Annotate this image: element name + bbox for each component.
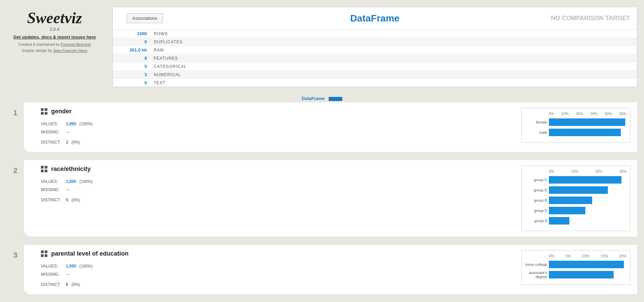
axis-label: 30% bbox=[590, 112, 598, 116]
no-comparison-label: NO COMPARISON TARGET bbox=[551, 15, 630, 22]
stat-label: RAM bbox=[154, 48, 164, 53]
axis-label: 20% bbox=[576, 112, 583, 116]
feature-name: parental level of education bbox=[51, 250, 129, 257]
bar-fill bbox=[549, 197, 592, 204]
bar-row: female bbox=[549, 118, 627, 126]
stat-label: FEATURES bbox=[154, 56, 178, 61]
feature-info: parental level of education VALUES: 1,00… bbox=[41, 250, 129, 289]
stat-value: 1000 bbox=[120, 31, 147, 36]
section-divider bbox=[7, 157, 637, 160]
feature-tab-connector bbox=[24, 160, 34, 236]
axis-label: 10% bbox=[571, 169, 579, 173]
feature-title-row: race/ethnicity bbox=[41, 166, 109, 173]
credit-author1[interactable]: Francois Bertrand bbox=[61, 42, 90, 46]
bar-label: male bbox=[522, 130, 547, 134]
legend-label: DataFrame bbox=[302, 96, 325, 101]
chart-axis-labels: 0%5%10%15%20% bbox=[522, 254, 627, 258]
bar-fill bbox=[549, 217, 569, 225]
page-wrapper: Sweetviz 2.0.4 Get updates, docs & repor… bbox=[0, 0, 644, 302]
credit-author2[interactable]: Jean-Francois Hains bbox=[53, 48, 87, 53]
feature-distinct-row: DISTINCT: 6 (0%) bbox=[41, 281, 129, 289]
stat-row-features: 8 FEATURES bbox=[113, 54, 637, 62]
bar-chart: 0%10%20%30%40%50% female male bbox=[521, 108, 630, 143]
logo-link[interactable]: Get updates, docs & report issues here bbox=[7, 34, 102, 40]
associations-btn-row: Associations bbox=[120, 11, 170, 26]
bar-label: group C bbox=[522, 178, 547, 182]
stat-value: 0 bbox=[120, 39, 147, 44]
bar-label: group B bbox=[522, 198, 547, 202]
stat-row-ram: 351.0 kb RAM bbox=[113, 46, 637, 54]
feature-info: race/ethnicity VALUES: 1,000 (100%) MISS… bbox=[41, 166, 109, 204]
stat-row-categorical: 5 CATEGORICAL bbox=[113, 62, 637, 71]
feature-chart-area: 0%10%20%30% group C group D group B grou… bbox=[116, 166, 630, 231]
feature-name: race/ethnicity bbox=[51, 166, 91, 173]
feature-section-0: 1 gender VALUES: 1,000 (100%) bbox=[7, 102, 637, 152]
logo-text: Sweetviz bbox=[7, 10, 102, 26]
bar-row: group C bbox=[549, 176, 627, 184]
logo-viz: viz bbox=[64, 9, 82, 27]
stat-row-rows: 1000 ROWS bbox=[113, 30, 637, 38]
bar-label: some college bbox=[522, 262, 547, 267]
axis-label: 10% bbox=[561, 112, 569, 116]
stat-value: 351.0 kb bbox=[120, 47, 147, 53]
feature-chart-area: 0%5%10%15%20% some college associate's d… bbox=[135, 250, 630, 285]
bar-row: some college bbox=[549, 261, 627, 268]
feature-distinct-row: DISTINCT: 5 (0%) bbox=[41, 196, 109, 204]
legend-bar: DataFrame bbox=[7, 94, 637, 102]
dataframe-panel: Associations DataFrame NO COMPARISON TAR… bbox=[113, 7, 637, 87]
logo-sweet: Sweet bbox=[27, 9, 65, 27]
features-container: 1 gender VALUES: 1,000 (100%) bbox=[7, 102, 637, 302]
stat-value: 5 bbox=[120, 64, 147, 69]
feature-stats: VALUES: 1,000 (100%) MISSING: --- DISTIN… bbox=[41, 177, 109, 204]
bar-fill bbox=[549, 261, 624, 268]
axis-label: 20% bbox=[619, 254, 627, 258]
axis-label: 10% bbox=[582, 254, 589, 258]
stat-value: 3 bbox=[120, 72, 147, 77]
axis-label: 5% bbox=[565, 254, 571, 258]
section-divider bbox=[7, 241, 637, 245]
bar-fill bbox=[549, 271, 614, 278]
bar-row: group E bbox=[549, 207, 627, 214]
bar-fill bbox=[549, 176, 621, 184]
feature-tab-connector bbox=[24, 102, 34, 152]
feature-title-row: gender bbox=[41, 108, 109, 115]
feature-chart-area: 0%10%20%30%40%50% female male bbox=[116, 108, 630, 143]
axis-label: 30% bbox=[619, 169, 627, 173]
bar-fill bbox=[549, 129, 621, 136]
feature-card: gender VALUES: 1,000 (100%) MISSING: ---… bbox=[34, 102, 637, 152]
feature-type-icon bbox=[41, 108, 48, 115]
chart-axis-labels: 0%10%20%30%40%50% bbox=[522, 112, 627, 116]
bar-row: associate's degree bbox=[549, 271, 627, 278]
stat-row-duplicates: 0 DUPLICATES bbox=[113, 38, 637, 46]
axis-label: 0% bbox=[549, 254, 554, 258]
feature-values-row: VALUES: 1,000 (100%) bbox=[41, 262, 129, 270]
feature-missing-row: MISSING: --- bbox=[41, 270, 129, 278]
axis-label: 0% bbox=[549, 169, 554, 173]
stat-value: 0 bbox=[120, 80, 147, 85]
feature-missing-row: MISSING: --- bbox=[41, 186, 109, 194]
feature-name: gender bbox=[51, 108, 72, 115]
feature-card: race/ethnicity VALUES: 1,000 (100%) MISS… bbox=[34, 160, 637, 236]
feature-tab-connector bbox=[24, 245, 34, 294]
logo-version: 2.0.4 bbox=[7, 27, 102, 32]
feature-card: parental level of education VALUES: 1,00… bbox=[34, 245, 637, 294]
feature-values-row: VALUES: 1,000 (100%) bbox=[41, 120, 109, 128]
feature-number: 2 bbox=[7, 160, 24, 236]
associations-button[interactable]: Associations bbox=[126, 13, 163, 23]
axis-label: 0% bbox=[549, 112, 554, 116]
bar-label: group D bbox=[522, 188, 547, 192]
legend-bar-rect bbox=[329, 97, 342, 101]
bar-row: male bbox=[549, 129, 627, 136]
section-divider bbox=[7, 299, 637, 302]
feature-title-row: parental level of education bbox=[41, 250, 129, 257]
bar-fill bbox=[549, 207, 585, 214]
feature-distinct-row: DISTINCT: 2 (0%) bbox=[41, 138, 109, 146]
axis-label: 50% bbox=[619, 112, 627, 116]
feature-values-row: VALUES: 1,000 (100%) bbox=[41, 177, 109, 186]
bar-label: female bbox=[522, 120, 547, 124]
stat-value: 8 bbox=[120, 56, 147, 61]
stat-label: DUPLICATES bbox=[154, 40, 182, 44]
feature-number: 1 bbox=[7, 102, 24, 152]
bar-row: group B bbox=[549, 197, 627, 204]
axis-label: 20% bbox=[595, 169, 602, 173]
